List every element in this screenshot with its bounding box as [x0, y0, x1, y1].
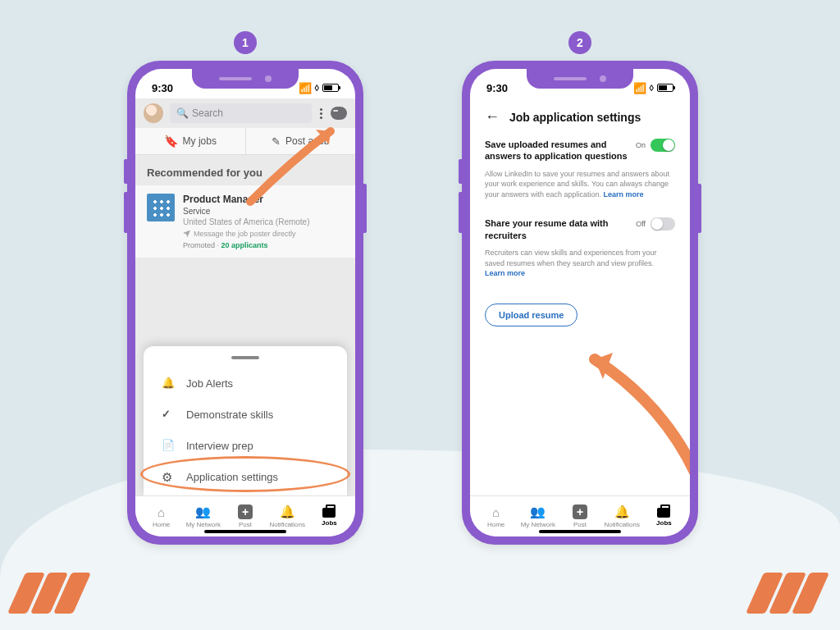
setting-save-resumes: Save uploaded resumes and answers to app…	[485, 139, 675, 199]
signal-icon: 📶	[633, 82, 646, 94]
job-message: Message the job poster directly	[194, 230, 296, 238]
learn-more-link[interactable]: Learn more	[604, 190, 644, 199]
sheet-item-application-settings[interactable]: Application settings	[158, 461, 332, 492]
back-arrow-icon[interactable]: ←	[485, 108, 500, 126]
wifi-icon: ◊	[315, 83, 319, 93]
gear-icon	[162, 470, 175, 483]
status-time: 9:30	[486, 82, 508, 94]
kebab-menu-icon[interactable]	[320, 108, 322, 119]
bell-icon: 🔔	[280, 504, 295, 519]
step-badge-2: 2	[568, 31, 591, 54]
job-location: United States of America (Remote)	[183, 217, 344, 226]
background-wave	[0, 450, 840, 630]
section-title: Recommended for you	[135, 155, 355, 185]
upload-resume-button[interactable]: Upload resume	[485, 304, 578, 326]
nav-home[interactable]: ⌂Home	[140, 496, 182, 536]
sheet-item-demonstrate-skills[interactable]: Demonstrate skills	[158, 399, 332, 430]
tab-my-jobs[interactable]: 🔖 My jobs	[135, 128, 245, 154]
people-icon: 👥	[530, 504, 546, 519]
tab-post-job[interactable]: ✎ Post a job	[245, 128, 356, 154]
phone-notch	[527, 69, 633, 89]
battery-icon	[657, 84, 673, 92]
home-icon: ⌂	[158, 505, 165, 519]
people-icon: 👥	[195, 504, 211, 519]
setting-title: Save uploaded resumes and answers to app…	[485, 139, 628, 162]
toggle-switch[interactable]	[651, 139, 675, 152]
nav-jobs[interactable]: Jobs	[308, 496, 350, 536]
check-icon	[162, 408, 175, 421]
bookmark-icon: 🔖	[164, 135, 178, 148]
sheet-item-interview-prep[interactable]: 📄 Interview prep	[158, 430, 332, 461]
search-placeholder: Search	[192, 107, 223, 119]
sheet-label: Demonstrate skills	[186, 409, 273, 421]
home-indicator	[539, 530, 621, 533]
toggle-state-label: Off	[636, 220, 646, 228]
bell-icon: 🔔	[614, 504, 630, 519]
avatar[interactable]	[144, 103, 163, 123]
setting-title: Share your resume data with recruiters	[485, 217, 628, 241]
plus-icon: +	[238, 504, 253, 519]
briefcase-icon	[322, 508, 336, 518]
bell-icon: 🔔	[162, 377, 175, 390]
messages-icon[interactable]	[331, 107, 347, 120]
tab-label: My jobs	[183, 135, 217, 147]
job-company: Service	[183, 207, 344, 216]
nav-jobs[interactable]: Jobs	[643, 496, 685, 536]
page-title: Job application settings	[509, 111, 641, 124]
phone-notch	[192, 69, 299, 89]
sheet-item-job-alerts[interactable]: 🔔 Job Alerts	[158, 368, 332, 399]
sheet-label: Application settings	[186, 471, 278, 483]
edit-icon: ✎	[272, 135, 281, 148]
toggle-switch[interactable]	[651, 217, 675, 231]
home-indicator	[204, 530, 286, 533]
job-applicants: 20 applicants	[221, 241, 268, 249]
search-input[interactable]: 🔍 Search	[170, 103, 312, 123]
document-icon: 📄	[162, 439, 175, 452]
wifi-icon: ◊	[650, 83, 654, 93]
logo-slashes-left	[16, 573, 85, 614]
step-badge-1: 1	[234, 31, 257, 54]
signal-icon: 📶	[299, 82, 312, 94]
bottom-sheet: 🔔 Job Alerts Demonstrate skills 📄 Interv…	[144, 346, 347, 495]
status-time: 9:30	[152, 82, 173, 94]
job-title: Product Manager	[183, 194, 344, 205]
toggle-state-label: On	[636, 141, 646, 149]
setting-description: Allow LinkedIn to save your resumes and …	[485, 169, 675, 200]
job-promoted: Promoted	[183, 241, 215, 249]
setting-description: Recruiters can view skills and experienc…	[485, 248, 675, 279]
battery-icon	[322, 84, 339, 92]
nav-home[interactable]: ⌂Home	[475, 496, 517, 536]
learn-more-link[interactable]: Learn more	[485, 269, 525, 277]
phone-mockup-2: 9:30 📶 ◊ ← Job application settings Save…	[462, 61, 698, 545]
logo-slashes-right	[755, 573, 824, 614]
plus-icon: +	[573, 504, 587, 519]
phone-mockup-1: 9:30 📶 ◊ 🔍 Search 🔖 My jobs ✎	[127, 61, 363, 545]
briefcase-icon	[657, 508, 670, 518]
sheet-label: Job Alerts	[186, 377, 233, 390]
sheet-label: Interview prep	[186, 440, 253, 452]
tab-label: Post a job	[285, 135, 329, 147]
company-logo	[147, 194, 175, 221]
send-icon	[183, 231, 190, 238]
sheet-handle[interactable]	[231, 356, 259, 359]
setting-share-resume: Share your resume data with recruiters O…	[485, 217, 675, 278]
job-card[interactable]: Product Manager Service United States of…	[135, 185, 355, 258]
home-icon: ⌂	[492, 505, 500, 519]
